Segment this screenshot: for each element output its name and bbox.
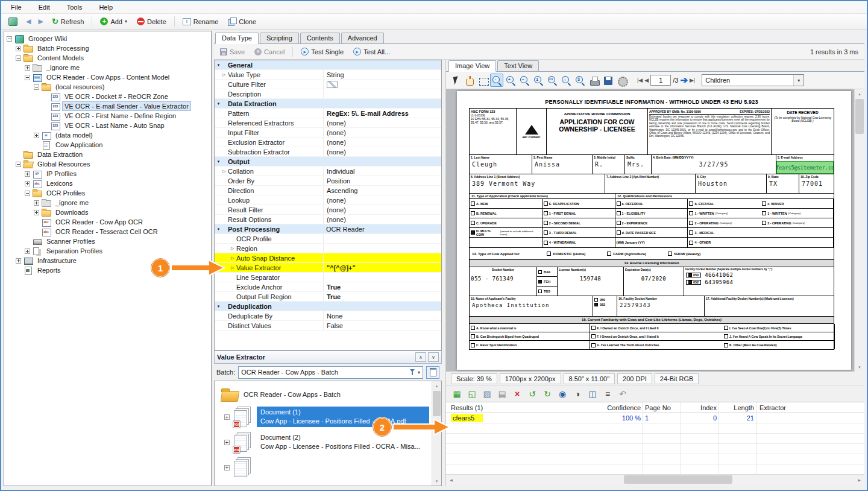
viewer-tab[interactable]: Text View <box>497 60 539 71</box>
tree-node[interactable]: (local resources) <box>4 82 211 92</box>
auto-crop-icon[interactable]: ▦ <box>451 388 463 400</box>
property-value[interactable] <box>323 253 441 262</box>
back-icon[interactable]: ◀ <box>24 17 33 25</box>
column-confidence[interactable]: Confidence <box>606 402 643 413</box>
refresh-button[interactable]: ↻Refresh <box>48 17 87 27</box>
property-value[interactable]: (none) <box>323 205 441 214</box>
property-value[interactable] <box>323 89 441 98</box>
property-value[interactable]: None <box>323 311 441 320</box>
first-page-icon[interactable]: |◀ <box>637 77 643 83</box>
zoom-page-icon[interactable]: ▯ <box>573 74 587 87</box>
save-image-icon[interactable] <box>601 74 614 87</box>
property-row[interactable]: OCR Profile <box>215 234 441 244</box>
tree-node[interactable]: VE OCR - E-mail Sender - Value Extractor <box>4 101 211 111</box>
result-row[interactable]: cfears5 100 % 1 0 21 <box>446 413 864 423</box>
property-value[interactable] <box>323 244 441 253</box>
zoom-region-icon[interactable]: ▫ <box>490 74 503 87</box>
image-settings-icon[interactable] <box>615 74 628 87</box>
tree-node[interactable]: Separation Profiles <box>4 246 211 256</box>
last-page-icon[interactable]: ▶| <box>690 77 695 83</box>
property-value[interactable]: False <box>323 321 441 330</box>
save-region-icon[interactable]: ▨ <box>481 388 493 400</box>
collapse-down-icon[interactable]: ∨ <box>428 352 439 362</box>
document-image-area[interactable]: PERSONALLY IDENTIFIABLE INFORMATION - WI… <box>446 89 864 372</box>
column-results[interactable]: Results (1) <box>446 402 606 413</box>
property-row[interactable]: Line Separator <box>215 273 441 282</box>
property-value[interactable]: (none) <box>323 118 441 127</box>
tree-expander-icon[interactable] <box>224 440 230 445</box>
property-value[interactable] <box>323 99 441 108</box>
tree-node[interactable]: Grooper Wiki <box>4 34 211 43</box>
tree-expander-icon[interactable] <box>34 210 39 215</box>
batch-document-label[interactable]: Document (2) Cow App - Licensee - Positi… <box>257 432 429 452</box>
zoom-actual-icon[interactable]: 1 <box>532 74 545 87</box>
open-batch-button[interactable] <box>426 366 439 379</box>
property-value[interactable] <box>323 157 441 166</box>
scroll-down-icon[interactable]: ▼ <box>855 363 864 372</box>
zoom-fit-icon[interactable]: ▭ <box>546 74 559 87</box>
test-single-button[interactable]: ▶Test Single <box>297 46 347 57</box>
menu-item[interactable]: File <box>10 2 29 12</box>
property-row[interactable]: Input Filter (none) <box>215 128 441 138</box>
property-row[interactable]: Deduplicate By None <box>215 311 441 321</box>
property-value[interactable] <box>323 273 441 282</box>
crop-icon[interactable]: ◫ <box>587 388 599 400</box>
property-row[interactable]: Result Filter (none) <box>215 205 441 215</box>
tree-node[interactable]: (data model) <box>4 130 211 140</box>
annotate-icon[interactable]: ≡ <box>602 388 614 400</box>
property-value[interactable]: (none) <box>323 138 441 147</box>
clone-button[interactable]: Clone <box>224 16 260 27</box>
viewer-tab[interactable]: Image View <box>448 60 496 72</box>
property-row[interactable]: Output <box>215 157 441 166</box>
tree-expander-icon[interactable] <box>16 258 21 264</box>
tree-node[interactable]: OCR Reader - Tesseract Cell OCR <box>4 227 211 236</box>
tree-node[interactable]: OCR Profiles <box>4 188 211 198</box>
batch-root-node[interactable]: OCR Reader - Cow Apps - Batch <box>221 387 441 402</box>
tree-expander-icon[interactable] <box>16 162 21 167</box>
property-value[interactable]: "^[^@]+" <box>323 263 441 272</box>
scroll-right-icon[interactable]: ▶ <box>854 475 864 484</box>
rename-button[interactable]: IRename <box>179 17 222 27</box>
zoom-width-icon[interactable]: ↔ <box>559 74 573 87</box>
tree-node[interactable]: OCR Reader - Cow App OCR <box>4 217 211 227</box>
property-row[interactable]: Deduplication <box>215 302 441 311</box>
tree-expander-icon[interactable] <box>224 414 230 420</box>
thumbnail-icon[interactable]: ◱ <box>466 388 478 400</box>
menu-item[interactable]: Edit <box>37 2 57 12</box>
tree-node[interactable]: Downloads <box>4 207 211 217</box>
content-tab[interactable]: Contents <box>300 33 340 43</box>
property-value[interactable] <box>323 302 441 311</box>
tree-node[interactable]: _ignore me <box>4 198 211 207</box>
select-region-icon[interactable] <box>476 74 489 87</box>
scroll-down-icon[interactable]: ▼ <box>432 477 441 486</box>
tree-node[interactable]: Batch Processing <box>4 43 211 53</box>
tree-expander-icon[interactable] <box>34 84 39 90</box>
tree-expander-icon[interactable] <box>25 249 30 254</box>
batch-document-label[interactable]: Document (1) Cow App - Licensee - Positi… <box>257 407 429 427</box>
reprocess-icon[interactable]: ◉ <box>556 388 568 400</box>
tree-node[interactable]: VE OCR - Last Name - Auto Snap <box>4 121 211 130</box>
property-value[interactable]: RegEx: 5\. E-mail Address <box>323 109 441 118</box>
content-tab[interactable]: Advanced <box>341 33 384 43</box>
property-value[interactable] <box>323 80 441 89</box>
tree-expander-icon[interactable] <box>25 75 30 80</box>
tree-node[interactable]: VE OCR - Docket # - ReOCR Zone <box>4 92 211 101</box>
children-dropdown[interactable]: Children ▼ <box>702 74 804 86</box>
property-row[interactable]: Post Processing OCR Reader <box>215 224 441 234</box>
pointer-icon[interactable] <box>448 74 462 87</box>
scroll-up-icon[interactable]: ▲ <box>432 381 441 390</box>
tree-expander-icon[interactable] <box>224 465 230 470</box>
go-page-icon[interactable]: ➔ <box>680 76 688 84</box>
property-row[interactable]: Description <box>215 89 441 99</box>
delete-region-icon[interactable]: × <box>511 388 523 400</box>
copy-region-icon[interactable]: ▤ <box>496 388 508 400</box>
property-value[interactable]: Position <box>323 176 441 185</box>
pan-icon[interactable] <box>462 74 476 87</box>
scrollbar-thumb[interactable] <box>855 99 864 134</box>
content-tab[interactable]: Scripting <box>260 33 299 43</box>
tree-expander-icon[interactable] <box>34 133 39 138</box>
tree-node[interactable]: Infrastructure <box>4 256 211 265</box>
menu-item[interactable]: Tools <box>66 2 90 12</box>
property-value[interactable]: Individual <box>323 166 441 176</box>
property-row[interactable]: Order By Position <box>215 176 441 186</box>
